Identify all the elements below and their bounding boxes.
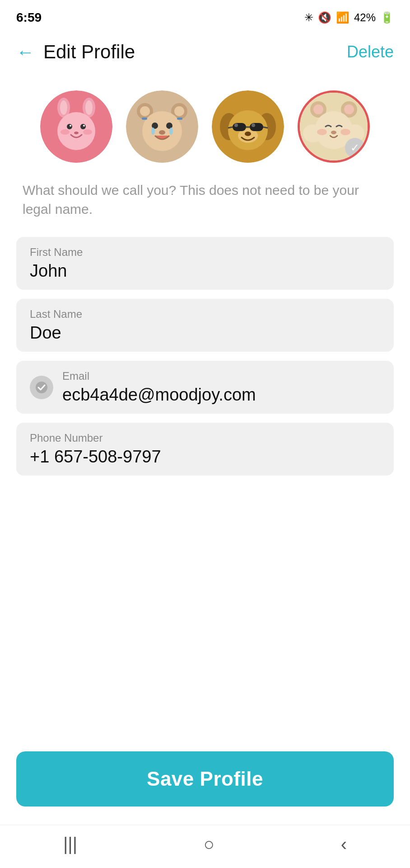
email-label: Email xyxy=(62,370,380,382)
nav-home-icon[interactable]: ○ xyxy=(204,834,214,854)
avatar-subtitle: What should we call you? This does not n… xyxy=(0,176,410,232)
nav-recent-apps-icon[interactable]: ||| xyxy=(63,834,77,854)
delete-button[interactable]: Delete xyxy=(347,42,394,61)
svg-point-23 xyxy=(159,130,165,135)
email-verified-icon xyxy=(30,376,53,399)
svg-rect-24 xyxy=(142,118,147,120)
svg-point-22 xyxy=(169,127,173,135)
svg-point-10 xyxy=(61,129,70,135)
svg-line-35 xyxy=(263,127,268,128)
save-profile-button[interactable]: Save Profile xyxy=(16,751,394,807)
phone-value: +1 657-508-9797 xyxy=(30,447,380,467)
first-name-value: John xyxy=(30,261,380,281)
header: ← Edit Profile Delete xyxy=(0,32,410,72)
svg-point-37 xyxy=(252,123,255,127)
svg-rect-25 xyxy=(177,118,182,120)
save-button-container: Save Profile xyxy=(0,738,410,825)
svg-rect-31 xyxy=(233,123,246,131)
battery-text: 42% xyxy=(354,11,376,24)
svg-point-44 xyxy=(313,104,323,114)
first-name-label: First Name xyxy=(30,246,380,259)
svg-line-34 xyxy=(228,127,233,128)
svg-point-47 xyxy=(317,129,327,135)
bluetooth-icon: ✳ xyxy=(304,11,313,24)
svg-point-8 xyxy=(70,125,71,127)
first-name-field[interactable]: First Name John xyxy=(16,237,394,290)
back-arrow-icon: ← xyxy=(16,42,34,62)
svg-point-36 xyxy=(234,123,238,127)
svg-point-9 xyxy=(83,125,85,127)
last-name-label: Last Name xyxy=(30,308,380,321)
avatar-bunny-bg xyxy=(40,90,112,163)
avatar-bear[interactable] xyxy=(126,90,198,163)
wifi-icon: 📶 xyxy=(336,11,349,24)
email-field[interactable]: Email ecb4a4de@moodjoy.com xyxy=(16,361,394,414)
status-icons: ✳ 🔇 📶 42% 🔋 xyxy=(304,11,394,24)
avatar-bear-bg xyxy=(126,90,198,163)
phone-field[interactable]: Phone Number +1 657-508-9797 xyxy=(16,423,394,476)
svg-point-49 xyxy=(331,131,336,134)
status-time: 6:59 xyxy=(16,10,42,25)
svg-rect-32 xyxy=(250,123,263,131)
avatar-bunny[interactable] xyxy=(40,90,112,163)
spacer xyxy=(0,480,410,738)
svg-point-50 xyxy=(36,382,47,393)
back-button[interactable]: ← xyxy=(16,42,34,62)
svg-point-38 xyxy=(245,132,251,136)
avatar-dog-bg xyxy=(212,90,284,163)
avatar-selected-check: ✓ xyxy=(345,138,365,158)
form-section: First Name John Last Name Doe Email ecb4… xyxy=(0,232,410,480)
phone-label: Phone Number xyxy=(30,432,380,444)
avatar-section: ✓ xyxy=(0,72,410,176)
svg-point-48 xyxy=(340,129,350,135)
svg-point-16 xyxy=(140,106,150,116)
avatar-dog[interactable] xyxy=(212,90,284,163)
svg-point-7 xyxy=(80,124,86,129)
svg-point-3 xyxy=(60,100,67,115)
svg-point-4 xyxy=(85,100,93,115)
svg-point-45 xyxy=(344,104,354,114)
svg-point-12 xyxy=(74,132,79,134)
status-bar: 6:59 ✳ 🔇 📶 42% 🔋 xyxy=(0,0,410,32)
svg-point-21 xyxy=(151,127,155,135)
avatar-hamster[interactable]: ✓ xyxy=(298,90,370,163)
mute-icon: 🔇 xyxy=(318,11,331,24)
last-name-value: Doe xyxy=(30,323,380,343)
svg-point-17 xyxy=(174,106,184,116)
svg-point-6 xyxy=(67,124,72,129)
email-value: ecb4a4de@moodjoy.com xyxy=(62,385,380,405)
svg-point-11 xyxy=(83,129,92,135)
page-title: Edit Profile xyxy=(43,41,347,63)
battery-icon: 🔋 xyxy=(380,11,394,24)
bottom-nav: ||| ○ ‹ xyxy=(0,825,410,868)
last-name-field[interactable]: Last Name Doe xyxy=(16,299,394,352)
nav-back-icon[interactable]: ‹ xyxy=(341,834,347,854)
